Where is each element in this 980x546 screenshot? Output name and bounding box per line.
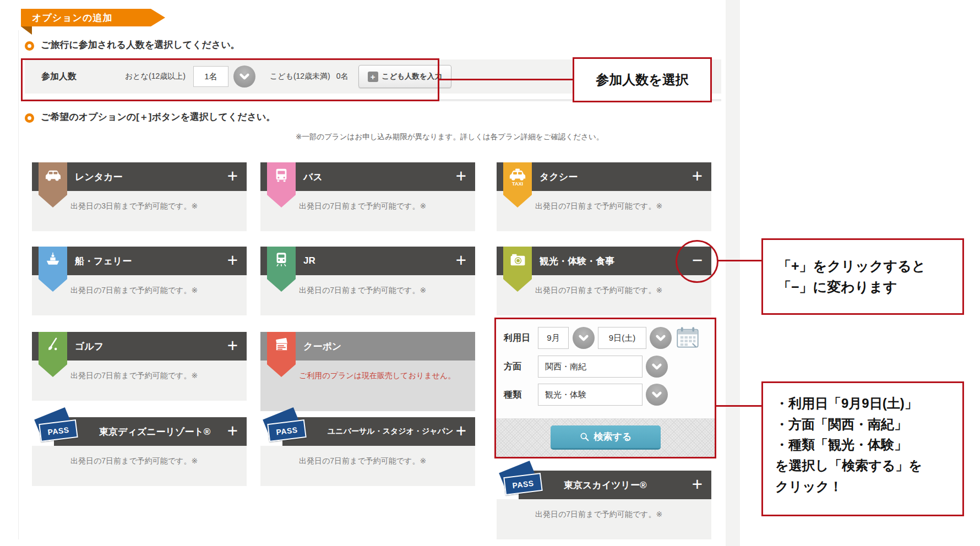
camera-icon [509,251,527,271]
pass-badge-icon: PASS [258,412,320,447]
participants-highlight-box [21,58,439,101]
add-option-button[interactable]: + [692,167,703,185]
minus-button-highlight-circle [676,240,718,283]
direction-select[interactable]: 関西・南紀 [538,356,643,378]
search-footer: 検索する [496,418,715,457]
bus-icon [273,167,290,185]
bullet-icon [25,41,34,51]
card-golf: ゴルフ+出発日の7日前まで予約可能です。※ [32,332,247,401]
toggle-callout-line1: 「+」をクリックすると [777,256,962,277]
card-taxi: タクシー+TAXI出発日の7日前まで予約可能です。※ [497,162,711,231]
date-label: 利用日 [504,332,530,344]
card-availability-note: 出発日の7日前まで予約可能です。※ [32,446,247,486]
search-callout-line: ・方面「関西・南紀」 [775,414,962,435]
participants-callout: 参加人数を選択 [573,57,712,102]
toggle-callout: 「+」をクリックすると 「−」に変わります [761,238,964,315]
pass-badge-icon: PASS [30,412,91,447]
direction-label: 方面 [504,361,521,373]
add-option-button[interactable]: + [456,251,466,269]
card-availability-note: 出発日の7日前まで予約可能です。※ [260,446,475,486]
search-callout-line: を選択し「検索する」を [775,455,962,476]
search-callout-line [716,405,761,407]
train-icon [273,251,290,270]
toggle-callout-line [717,260,761,261]
card-disney: 東京ディズニーリゾート®+PASS出発日の7日前まで予約可能です。※ [32,417,247,486]
chevron-down-icon[interactable] [646,356,668,378]
add-option-button[interactable]: + [227,167,238,185]
bullet-icon [25,113,34,123]
month-select[interactable]: 9月 [538,327,569,349]
card-ferry: 船・フェリー+出発日の7日前まで予約可能です。※ [32,247,247,315]
add-option-button[interactable]: + [456,422,466,440]
card-rental: レンタカー+出発日の3日前まで予約可能です。※ [32,162,247,231]
magnifier-icon [579,432,590,442]
day-select[interactable]: 9日(土) [598,327,646,349]
options-note: ※一部のプランはお申し込み期限が異なります。詳しくは各プラン詳細をご確認ください… [296,132,603,142]
chevron-down-icon[interactable] [650,327,672,349]
card-availability-note: 出発日の7日前まで予約可能です。※ [497,499,711,539]
search-callout-line: ・利用日「9月9日(土)」 [775,393,962,414]
card-skytree: 東京スカイツリー®+PASS出発日の7日前まで予約可能です。※ [497,471,711,539]
chevron-down-icon[interactable] [573,327,595,349]
pass-card-front: PASS [267,419,307,442]
pass-card-front: PASS [39,419,78,442]
pass-badge-icon: PASS [494,465,556,500]
add-option-button[interactable]: + [227,251,238,269]
card-coupon: クーポンご利用のプランは現在販売しておりません。 [260,332,475,411]
content-left-border [18,30,19,539]
ship-icon [45,251,61,270]
card-usj: ユニバーサル・スタジオ・ジャパン+PASS出発日の7日前まで予約可能です。※ [260,417,475,486]
options-instruction: ご希望のオプションの[＋]ボタンを選択してください。 [41,111,276,123]
type-select[interactable]: 観光・体験 [538,384,643,406]
svg-text:TAXI: TAXI [512,181,523,187]
add-option-button[interactable]: + [227,422,238,440]
add-option-button[interactable]: + [227,336,238,354]
search-callout: ・利用日「9月9日(土)」 ・方面「関西・南紀」 ・種類「観光・体験」 を選択し… [761,381,964,516]
add-option-button[interactable]: + [692,475,703,493]
coupon-icon [273,336,290,356]
toggle-callout-line2: 「−」に変わります [777,277,962,298]
search-callout-line: クリック！ [775,476,962,497]
search-button-label: 検索する [594,430,632,443]
card-jr: JR+出発日の7日前まで予約可能です。※ [260,247,475,315]
section-banner-label: オプションの追加 [32,12,112,24]
golf-icon [45,336,61,355]
search-button[interactable]: 検索する [551,425,661,450]
banner-fold-decoration [21,26,32,35]
section-banner: オプションの追加 [21,9,165,26]
type-label: 種類 [504,389,521,401]
page-column-divider [726,0,740,546]
chevron-down-icon[interactable] [646,384,668,406]
add-option-button[interactable]: + [456,167,466,185]
card-bus: バス+出発日の7日前まで予約可能です。※ [260,162,475,231]
sightseeing-search-panel: 利用日 9月 9日(土) 方面 関西・南紀 種類 観光・体験 検索する [494,318,716,458]
calendar-icon[interactable] [676,325,700,352]
card-availability-note: ご利用のプランは現在販売しておりません。 [260,361,475,411]
participants-callout-line [439,79,573,80]
participants-instruction: ご旅行に参加される人数を選択してください。 [41,39,240,51]
car-icon [45,167,62,186]
taxi-icon: TAXI [508,167,527,189]
search-callout-line: ・種類「観光・体験」 [775,434,962,455]
options-page: オプションの追加 ご旅行に参加される人数を選択してください。 参加人数 おとな(… [0,0,980,546]
pass-card-front: PASS [503,473,543,495]
